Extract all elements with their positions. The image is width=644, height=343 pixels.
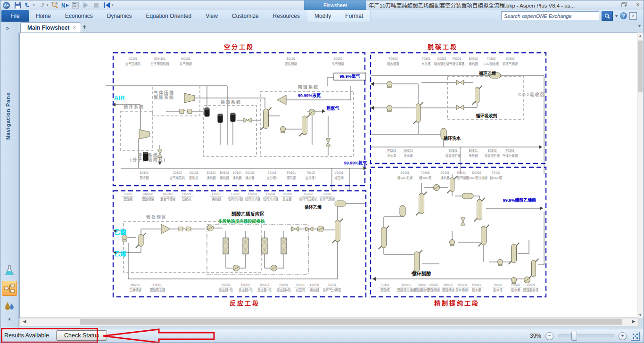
run-button[interactable] — [82, 1, 90, 9]
horizontal-scrollbar[interactable]: ◀ ▶ — [19, 318, 639, 327]
help-icon[interactable]: ? — [620, 12, 627, 19]
properties-flask-icon[interactable] — [2, 263, 17, 278]
tab-resources[interactable]: Resources — [266, 10, 307, 22]
expand-navigation-icon[interactable]: > — [6, 25, 9, 31]
equipment-column[interactable] — [509, 243, 520, 264]
environment-expand-icon[interactable]: ▾ — [8, 317, 10, 322]
stream-label[interactable]: AIR — [114, 94, 125, 101]
equipment-valvev[interactable] — [326, 139, 330, 146]
equipment-reactor[interactable] — [281, 238, 287, 254]
equipment-heater[interactable] — [180, 109, 192, 114]
stream-label[interactable]: 乙烯 — [114, 250, 126, 257]
equipment-column[interactable] — [472, 86, 482, 105]
search-icon[interactable] — [602, 11, 613, 21]
tab-economics[interactable]: Economics — [58, 10, 100, 22]
stream-label[interactable]: 99.99%液氮 — [298, 93, 321, 98]
equipment-comp[interactable] — [184, 93, 195, 103]
stream-pipe[interactable] — [239, 254, 246, 268]
stream-label[interactable]: 循环乙烯 — [479, 71, 496, 76]
vertical-scrollbar[interactable]: ▲ ▼ — [637, 33, 644, 318]
equipment-hx[interactable] — [524, 277, 530, 283]
search-input[interactable] — [501, 11, 599, 20]
equipment-hxdark[interactable] — [231, 113, 235, 122]
energy-analysis-icon[interactable] — [2, 299, 17, 313]
equipment-column[interactable] — [474, 198, 485, 221]
stream-label[interactable]: 多段绝热反应器段间换热 — [218, 219, 264, 224]
equipment-column[interactable] — [332, 219, 343, 243]
zoom-out-button[interactable]: − — [545, 332, 553, 340]
undo-dropdown-icon[interactable]: ▾ — [33, 3, 35, 7]
control-panel-button[interactable] — [72, 1, 79, 9]
next-button[interactable]: N — [61, 1, 69, 9]
equipment-hx[interactable] — [207, 225, 214, 231]
equipment-valvex[interactable] — [305, 227, 313, 231]
stream-pipe[interactable] — [226, 254, 233, 268]
tab-main-flowsheet[interactable]: Main Flowsheet × — [20, 22, 81, 33]
tab-equation-oriented[interactable]: Equation Oriented — [139, 10, 198, 22]
equipment-column[interactable] — [416, 192, 427, 215]
equipment-column[interactable] — [479, 225, 489, 246]
vertical-scroll-thumb[interactable] — [638, 41, 643, 92]
flowsheet-contextual-tab-header[interactable]: Flowsheet — [304, 0, 366, 10]
equipment-drumv[interactable] — [400, 205, 405, 217]
equipment-hxdark[interactable] — [218, 114, 223, 122]
tab-home[interactable]: Home — [29, 10, 58, 22]
equipment-valvev[interactable] — [461, 218, 465, 225]
equipment-column[interactable] — [261, 107, 272, 130]
equipment-trir[interactable] — [161, 224, 170, 234]
simulation-flowsheet-icon[interactable] — [2, 281, 17, 296]
stream-label[interactable]: 循环乙烯 — [305, 204, 322, 210]
zoom-to-fit-button[interactable] — [631, 332, 640, 341]
stop-button[interactable] — [92, 1, 100, 9]
stream-pipe[interactable] — [277, 254, 284, 268]
tab-modify[interactable]: Modify — [307, 10, 338, 22]
close-exchange-icon[interactable]: × — [629, 12, 637, 20]
main-flowsheet-canvas[interactable]: 气体压缩膨胀系统换热系统精馏系统预冷系统净化系统(分子筛吸附区)CO2吸收区预处… — [19, 33, 638, 318]
equipment-column[interactable] — [413, 102, 423, 124]
ribbon-expand-icon[interactable]: ▼ — [637, 24, 642, 28]
equipment-reactor[interactable] — [243, 238, 248, 254]
scroll-right-icon[interactable]: ▶ — [630, 319, 637, 324]
horizontal-scroll-thumb[interactable] — [80, 319, 622, 325]
equipment-valvex[interactable] — [244, 118, 251, 122]
equipment-hxdark[interactable] — [205, 108, 209, 116]
stream-label[interactable]: 循环洗水 — [444, 136, 461, 141]
equipment-column[interactable] — [529, 259, 539, 278]
equipment-valvex[interactable] — [291, 227, 299, 231]
stream-label[interactable]: 99.9%氧气 — [339, 74, 360, 79]
equipment-drumh[interactable] — [335, 201, 346, 206]
stream-label[interactable]: 醋酸乙烯反应区 — [231, 211, 264, 217]
scroll-left-icon[interactable]: ◀ — [21, 319, 28, 324]
equipment-hx[interactable] — [433, 185, 440, 191]
zoom-slider[interactable] — [558, 335, 614, 337]
equipment-pump[interactable] — [281, 127, 286, 133]
equipment-pump[interactable] — [122, 235, 127, 242]
reset-button[interactable] — [103, 1, 110, 9]
tab-file[interactable]: File — [1, 10, 29, 22]
minimize-button[interactable]: — — [605, 1, 614, 8]
equipment-pump[interactable] — [512, 278, 517, 284]
scroll-down-icon[interactable]: ▼ — [637, 313, 643, 317]
navigation-pane-label[interactable]: Navigation Pane — [5, 92, 11, 140]
reset-dropdown-icon[interactable]: ▾ — [112, 3, 114, 7]
stream-pipe[interactable] — [264, 254, 271, 268]
equipment-pump[interactable] — [387, 106, 392, 112]
save-button[interactable] — [14, 1, 21, 9]
redo-button[interactable] — [38, 1, 45, 9]
equipment-pump[interactable] — [387, 82, 392, 88]
tab-dynamics[interactable]: Dynamics — [100, 10, 139, 22]
equipment-reactor[interactable] — [223, 238, 229, 254]
redo-dropdown-icon[interactable]: ▾ — [47, 3, 49, 7]
stream-label[interactable]: 粗氩气 — [326, 106, 339, 111]
search-model-icon[interactable] — [51, 1, 58, 9]
stream-label[interactable]: 循环醋酸 — [412, 271, 431, 277]
equipment-column[interactable] — [299, 114, 310, 136]
equipment-hx[interactable] — [309, 109, 315, 115]
scroll-up-icon[interactable]: ▲ — [637, 34, 643, 38]
equipment-reactor[interactable] — [262, 238, 267, 254]
zoom-slider-thumb[interactable] — [571, 332, 577, 341]
new-tab-button[interactable]: + — [83, 23, 86, 31]
stream-label[interactable]: 乙酸 — [114, 229, 127, 236]
equipment-pump[interactable] — [450, 240, 455, 246]
tab-close-icon[interactable]: × — [73, 24, 76, 31]
